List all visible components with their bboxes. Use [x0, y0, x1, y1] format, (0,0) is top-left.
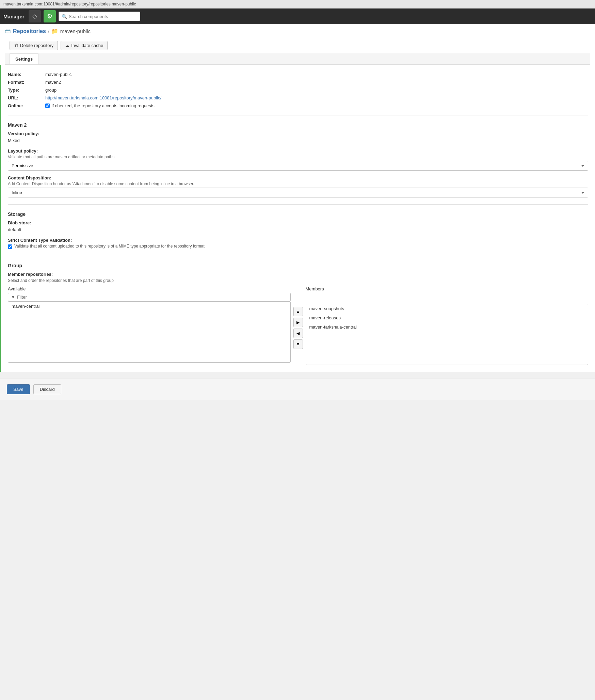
tab-settings[interactable]: Settings: [10, 53, 38, 64]
group-section-title: Group: [8, 263, 588, 268]
search-input[interactable]: [69, 14, 137, 19]
content-disposition-label: Content Disposition:: [8, 175, 588, 180]
type-value: group: [45, 88, 588, 93]
online-label: Online:: [8, 103, 42, 108]
layout-policy-hint: Validate that all paths are maven artifa…: [8, 155, 588, 159]
member-item-maven-releases[interactable]: maven-releases: [306, 313, 588, 322]
delete-repository-label: Delete repository: [20, 43, 53, 48]
layout-policy-label: Layout policy:: [8, 148, 588, 154]
action-buttons: 🗑 Delete repository ☁ Invalidate cache: [5, 38, 590, 53]
format-label: Format:: [8, 80, 42, 85]
repositories-icon: 🗃: [5, 28, 11, 35]
tab-settings-label: Settings: [15, 57, 33, 62]
top-bar: Manager ◇ ⚙ 🔍: [0, 9, 595, 24]
repo-url-link[interactable]: http://maven.tarkshala.com:10081/reposit…: [45, 95, 161, 100]
gear-icon[interactable]: ⚙: [44, 10, 56, 22]
breadcrumb-separator: /: [48, 29, 49, 34]
breadcrumb-current-repo: maven-public: [60, 28, 91, 34]
online-hint: If checked, the repository accepts incom…: [51, 103, 155, 108]
maven2-section-title: Maven 2: [8, 122, 588, 128]
version-policy-label: Version policy:: [8, 131, 588, 136]
content-disposition-group: Content Disposition: Add Content-Disposi…: [8, 175, 588, 197]
format-value: maven2: [45, 80, 588, 85]
name-label: Name:: [8, 72, 42, 77]
version-policy-group: Version policy: Mixed: [8, 131, 588, 144]
content-disposition-select[interactable]: Inline Attachment: [8, 188, 588, 197]
strict-validation-checkbox[interactable]: [8, 244, 12, 249]
members-list-box[interactable]: maven-snapshots maven-releases maven-tar…: [306, 304, 589, 365]
strict-validation-label: Strict Content Type Validation:: [8, 238, 588, 243]
layout-policy-group: Layout policy: Validate that all paths a…: [8, 148, 588, 171]
search-box[interactable]: 🔍: [59, 12, 140, 21]
type-label: Type:: [8, 88, 42, 93]
filter-box[interactable]: ▼: [8, 293, 291, 301]
move-down-button[interactable]: ▼: [293, 339, 303, 349]
discard-button[interactable]: Discard: [33, 384, 61, 394]
available-col: Available ▼ maven-central: [8, 286, 291, 363]
strict-validation-group: Strict Content Type Validation: Validate…: [8, 238, 588, 249]
cloud-icon: ☁: [65, 43, 69, 48]
save-button[interactable]: Save: [7, 384, 30, 394]
available-item-maven-central[interactable]: maven-central: [8, 302, 290, 311]
cube-icon[interactable]: ◇: [29, 10, 41, 22]
blob-store-value: default: [8, 226, 588, 233]
member-item-maven-snapshots[interactable]: maven-snapshots: [306, 304, 588, 313]
filter-input[interactable]: [17, 295, 288, 300]
version-policy-value: Mixed: [8, 137, 588, 144]
move-up-button[interactable]: ▲: [293, 307, 303, 316]
main-content: Name: maven-public Format: maven2 Type: …: [0, 65, 595, 372]
members-label: Members: [306, 286, 589, 291]
blob-store-group: Blob store: default: [8, 220, 588, 233]
member-repos-hint: Select and order the repositories that a…: [8, 278, 588, 283]
strict-validation-hint: Validate that all content uploaded to th…: [14, 244, 205, 249]
dual-list: Available ▼ maven-central ▲ ▶ ◀ ▼ Member…: [8, 286, 588, 365]
breadcrumb-area: 🗃 Repositories / 📁 maven-public 🗑 Delete…: [0, 24, 595, 65]
breadcrumb-repositories-link[interactable]: Repositories: [13, 28, 46, 34]
member-repos-label: Member repositories:: [8, 272, 588, 277]
online-row: If checked, the repository accepts incom…: [45, 103, 588, 108]
breadcrumb: 🗃 Repositories / 📁 maven-public: [5, 28, 590, 35]
app-title: Manager: [3, 14, 25, 19]
move-right-button[interactable]: ▶: [293, 318, 303, 327]
search-icon: 🔍: [62, 14, 67, 19]
delete-repository-button[interactable]: 🗑 Delete repository: [10, 41, 58, 50]
available-list-box[interactable]: maven-central: [8, 301, 291, 363]
move-left-button[interactable]: ◀: [293, 329, 303, 338]
url-bar: maven.tarkshala.com:10081/#admin/reposit…: [0, 0, 595, 9]
group-section: Member repositories: Select and order th…: [8, 272, 588, 365]
url-value: http://maven.tarkshala.com:10081/reposit…: [45, 95, 588, 100]
online-checkbox[interactable]: [45, 104, 50, 108]
move-buttons: ▲ ▶ ◀ ▼: [293, 307, 303, 349]
members-col: Members maven-snapshots maven-releases m…: [306, 286, 589, 365]
blob-store-label: Blob store:: [8, 220, 588, 225]
strict-validation-row: Validate that all content uploaded to th…: [8, 244, 588, 249]
footer-buttons: Save Discard: [0, 379, 595, 400]
storage-section-title: Storage: [8, 211, 588, 217]
filter-icon: ▼: [11, 295, 15, 300]
basic-info-grid: Name: maven-public Format: maven2 Type: …: [8, 72, 588, 108]
invalidate-cache-button[interactable]: ☁ Invalidate cache: [61, 41, 108, 50]
name-value: maven-public: [45, 72, 588, 77]
repo-folder-icon: 📁: [51, 28, 58, 34]
content-disposition-hint: Add Content-Disposition header as 'Attac…: [8, 181, 588, 186]
url-text: maven.tarkshala.com:10081/#admin/reposit…: [3, 2, 136, 6]
layout-policy-select[interactable]: Permissive Strict: [8, 161, 588, 171]
trash-icon: 🗑: [14, 43, 18, 48]
available-label: Available: [8, 286, 291, 291]
invalidate-cache-label: Invalidate cache: [71, 43, 103, 48]
tabs: Settings: [5, 53, 590, 65]
member-item-maven-tarkshala-central[interactable]: maven-tarkshala-central: [306, 322, 588, 332]
url-label: URL:: [8, 95, 42, 100]
